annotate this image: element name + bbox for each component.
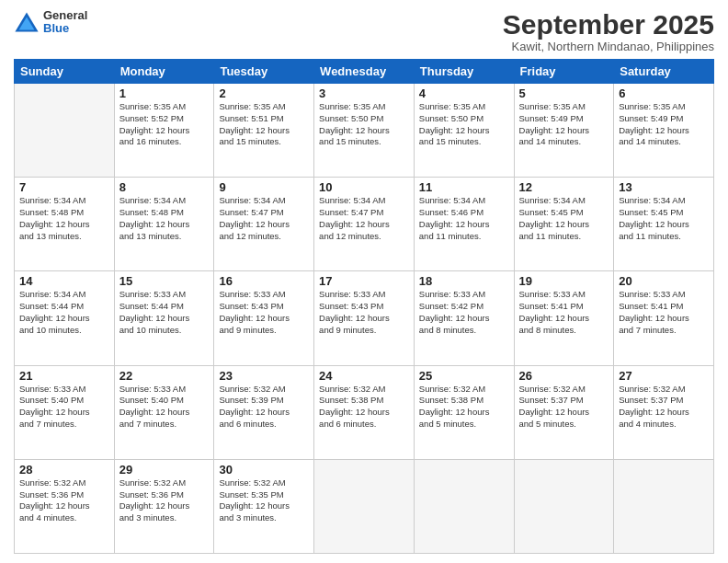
day-info: Sunrise: 5:35 AM Sunset: 5:52 PM Dayligh… [119,101,210,148]
week-row-1: 1Sunrise: 5:35 AM Sunset: 5:52 PM Daylig… [15,84,714,178]
day-cell: 16Sunrise: 5:33 AM Sunset: 5:43 PM Dayli… [214,271,314,365]
day-info: Sunrise: 5:34 AM Sunset: 5:45 PM Dayligh… [619,195,709,242]
day-info: Sunrise: 5:33 AM Sunset: 5:41 PM Dayligh… [519,289,609,336]
day-info: Sunrise: 5:32 AM Sunset: 5:38 PM Dayligh… [319,384,409,431]
day-info: Sunrise: 5:33 AM Sunset: 5:40 PM Dayligh… [19,384,109,431]
day-info: Sunrise: 5:32 AM Sunset: 5:36 PM Dayligh… [19,477,109,524]
day-number: 21 [19,369,109,383]
day-number: 14 [19,274,109,288]
day-cell: 19Sunrise: 5:33 AM Sunset: 5:41 PM Dayli… [514,271,614,365]
day-number: 28 [19,463,109,477]
logo-icon [14,9,40,35]
day-info: Sunrise: 5:33 AM Sunset: 5:40 PM Dayligh… [119,384,210,431]
week-row-2: 7Sunrise: 5:34 AM Sunset: 5:48 PM Daylig… [15,178,714,271]
day-number: 9 [219,180,309,194]
day-number: 26 [519,369,609,383]
logo: General Blue [14,9,87,36]
day-info: Sunrise: 5:34 AM Sunset: 5:47 PM Dayligh… [319,195,409,242]
week-row-4: 21Sunrise: 5:33 AM Sunset: 5:40 PM Dayli… [15,365,714,459]
day-cell: 6Sunrise: 5:35 AM Sunset: 5:49 PM Daylig… [614,84,714,178]
day-number: 13 [619,180,709,194]
day-number: 1 [119,86,210,100]
day-number: 18 [419,274,509,288]
logo-blue: Blue [43,22,87,35]
day-number: 3 [319,86,409,100]
day-number: 7 [19,180,109,194]
day-cell: 24Sunrise: 5:32 AM Sunset: 5:38 PM Dayli… [314,365,415,459]
day-number: 4 [419,86,509,100]
week-row-3: 14Sunrise: 5:34 AM Sunset: 5:44 PM Dayli… [15,271,714,365]
col-header-tuesday: Tuesday [214,60,314,84]
day-cell: 12Sunrise: 5:34 AM Sunset: 5:45 PM Dayli… [514,178,614,271]
day-cell [15,84,115,178]
day-cell: 30Sunrise: 5:32 AM Sunset: 5:35 PM Dayli… [214,459,314,553]
day-info: Sunrise: 5:32 AM Sunset: 5:35 PM Dayligh… [219,477,309,524]
day-info: Sunrise: 5:33 AM Sunset: 5:43 PM Dayligh… [219,289,309,336]
day-number: 12 [519,180,609,194]
day-number: 23 [219,369,309,383]
day-cell: 27Sunrise: 5:32 AM Sunset: 5:37 PM Dayli… [614,365,714,459]
day-cell: 15Sunrise: 5:33 AM Sunset: 5:44 PM Dayli… [114,271,214,365]
day-info: Sunrise: 5:35 AM Sunset: 5:50 PM Dayligh… [419,101,509,148]
day-info: Sunrise: 5:34 AM Sunset: 5:48 PM Dayligh… [19,195,109,242]
subtitle: Kawit, Northern Mindanao, Philippines [503,40,714,53]
day-number: 2 [219,86,309,100]
day-cell [614,459,714,553]
day-info: Sunrise: 5:35 AM Sunset: 5:50 PM Dayligh… [319,101,409,148]
day-cell: 13Sunrise: 5:34 AM Sunset: 5:45 PM Dayli… [614,178,714,271]
day-cell: 5Sunrise: 5:35 AM Sunset: 5:49 PM Daylig… [514,84,614,178]
day-cell [514,459,614,553]
day-cell: 26Sunrise: 5:32 AM Sunset: 5:37 PM Dayli… [514,365,614,459]
day-info: Sunrise: 5:34 AM Sunset: 5:47 PM Dayligh… [219,195,309,242]
day-info: Sunrise: 5:32 AM Sunset: 5:36 PM Dayligh… [119,477,210,524]
col-header-wednesday: Wednesday [314,60,415,84]
day-number: 24 [319,369,409,383]
day-number: 6 [619,86,709,100]
col-header-sunday: Sunday [15,60,115,84]
header-row: SundayMondayTuesdayWednesdayThursdayFrid… [15,60,714,84]
day-number: 22 [119,369,210,383]
day-info: Sunrise: 5:32 AM Sunset: 5:39 PM Dayligh… [219,384,309,431]
logo-general: General [43,9,87,22]
day-info: Sunrise: 5:33 AM Sunset: 5:43 PM Dayligh… [319,289,409,336]
logo-text: General Blue [43,9,87,36]
day-cell: 10Sunrise: 5:34 AM Sunset: 5:47 PM Dayli… [314,178,415,271]
day-cell: 2Sunrise: 5:35 AM Sunset: 5:51 PM Daylig… [214,84,314,178]
day-info: Sunrise: 5:34 AM Sunset: 5:46 PM Dayligh… [419,195,509,242]
day-number: 25 [419,369,509,383]
day-number: 15 [119,274,210,288]
day-cell: 22Sunrise: 5:33 AM Sunset: 5:40 PM Dayli… [114,365,214,459]
day-info: Sunrise: 5:33 AM Sunset: 5:44 PM Dayligh… [119,289,210,336]
day-cell: 11Sunrise: 5:34 AM Sunset: 5:46 PM Dayli… [414,178,514,271]
calendar-table: SundayMondayTuesdayWednesdayThursdayFrid… [14,59,714,554]
month-title: September 2025 [503,9,714,40]
day-info: Sunrise: 5:34 AM Sunset: 5:44 PM Dayligh… [19,289,109,336]
col-header-saturday: Saturday [614,60,714,84]
day-info: Sunrise: 5:34 AM Sunset: 5:48 PM Dayligh… [119,195,210,242]
day-info: Sunrise: 5:35 AM Sunset: 5:49 PM Dayligh… [619,101,709,148]
day-cell: 23Sunrise: 5:32 AM Sunset: 5:39 PM Dayli… [214,365,314,459]
day-cell: 20Sunrise: 5:33 AM Sunset: 5:41 PM Dayli… [614,271,714,365]
day-number: 29 [119,463,210,477]
day-cell [414,459,514,553]
day-cell: 4Sunrise: 5:35 AM Sunset: 5:50 PM Daylig… [414,84,514,178]
day-cell: 3Sunrise: 5:35 AM Sunset: 5:50 PM Daylig… [314,84,415,178]
day-number: 27 [619,369,709,383]
day-number: 30 [219,463,309,477]
day-cell: 18Sunrise: 5:33 AM Sunset: 5:42 PM Dayli… [414,271,514,365]
day-info: Sunrise: 5:32 AM Sunset: 5:37 PM Dayligh… [619,384,709,431]
day-cell: 1Sunrise: 5:35 AM Sunset: 5:52 PM Daylig… [114,84,214,178]
day-number: 5 [519,86,609,100]
day-info: Sunrise: 5:34 AM Sunset: 5:45 PM Dayligh… [519,195,609,242]
day-cell: 14Sunrise: 5:34 AM Sunset: 5:44 PM Dayli… [15,271,115,365]
col-header-thursday: Thursday [414,60,514,84]
day-cell: 21Sunrise: 5:33 AM Sunset: 5:40 PM Dayli… [15,365,115,459]
day-cell: 8Sunrise: 5:34 AM Sunset: 5:48 PM Daylig… [114,178,214,271]
day-number: 19 [519,274,609,288]
day-info: Sunrise: 5:35 AM Sunset: 5:51 PM Dayligh… [219,101,309,148]
day-cell: 29Sunrise: 5:32 AM Sunset: 5:36 PM Dayli… [114,459,214,553]
day-cell [314,459,415,553]
day-info: Sunrise: 5:32 AM Sunset: 5:37 PM Dayligh… [519,384,609,431]
col-header-monday: Monday [114,60,214,84]
day-cell: 7Sunrise: 5:34 AM Sunset: 5:48 PM Daylig… [15,178,115,271]
